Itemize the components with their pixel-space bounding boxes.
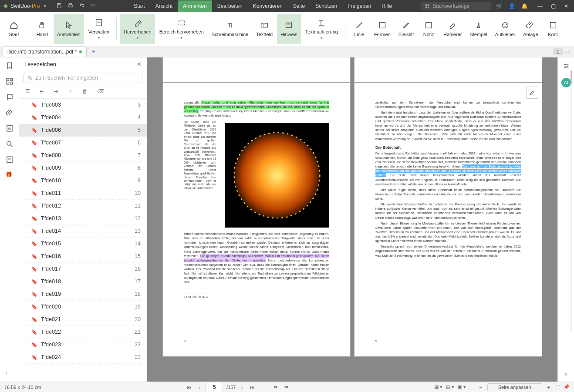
collapse-ribbon-icon[interactable]: ︿: [564, 48, 570, 55]
bookmark-item[interactable]: 🔖Tfde01918: [19, 288, 147, 301]
tool-notiz[interactable]: Notiz: [418, 14, 439, 44]
menu-start[interactable]: Start: [128, 0, 150, 12]
print-icon[interactable]: [68, 3, 74, 10]
save-icon[interactable]: [56, 3, 62, 10]
tool-bereich-hervorheben[interactable]: Bereich hervorheben▼: [156, 14, 207, 44]
ai-button[interactable]: AI: [561, 78, 571, 87]
outdent-icon[interactable]: ⇤: [40, 88, 44, 94]
form-icon[interactable]: [6, 156, 14, 164]
bookmark-item[interactable]: 🔖Tfde0109: [19, 174, 147, 187]
bookmark-item[interactable]: 🔖Tfde0098: [19, 162, 147, 174]
fullscreen-icon[interactable]: ⛶: [555, 385, 560, 390]
tool-start[interactable]: Start: [3, 14, 24, 44]
tool-verwalten[interactable]: Verwalten▼: [85, 14, 113, 44]
tool-hervorheben[interactable]: Hervorheben▼: [120, 14, 155, 44]
zoom-in-button[interactable]: +: [546, 385, 552, 390]
bookmark-item[interactable]: 🔖Tfde01413: [19, 225, 147, 238]
tool-anlage[interactable]: Anlage: [520, 14, 541, 44]
view-mode-2-icon[interactable]: ▤ ▾: [446, 384, 454, 390]
bookmark-item[interactable]: 🔖Tfde02120: [19, 313, 147, 326]
tool-aufkleber[interactable]: Aufkleber: [492, 14, 519, 44]
tool-stempel[interactable]: Stempel: [466, 14, 490, 44]
document-tab[interactable]: ilide.info-transformation...pdf *: [3, 47, 87, 57]
cart-icon[interactable]: 🛒: [496, 3, 503, 9]
new-tab-button[interactable]: ＋: [91, 48, 96, 55]
last-page-button[interactable]: ⏭: [248, 385, 256, 390]
bookmark-icon[interactable]: [6, 62, 14, 70]
redo-icon[interactable]: [90, 3, 96, 10]
minimize-icon[interactable]: —: [535, 3, 545, 9]
bookmark-item[interactable]: 🔖Tfde0033: [19, 99, 147, 111]
bookmark-item[interactable]: 🔖Tfde02423: [19, 351, 147, 364]
edit-page-button[interactable]: [526, 87, 538, 99]
tool-kont[interactable]: Kont: [543, 14, 564, 44]
nav-back-button[interactable]: ⬅: [272, 384, 279, 390]
comments-icon[interactable]: [6, 93, 14, 101]
expand-right-icon[interactable]: ›: [565, 371, 567, 377]
menu-schützen[interactable]: Schützen: [310, 0, 342, 12]
delete-bookmark-icon[interactable]: 🗑: [82, 88, 88, 94]
indent-icon[interactable]: ⇥: [54, 88, 58, 94]
user-icon[interactable]: 👤: [509, 3, 515, 9]
bookmark-item[interactable]: 🔖Tfde0076: [19, 137, 147, 149]
search-icon[interactable]: [6, 140, 14, 148]
tool-formen[interactable]: Formen: [371, 14, 394, 44]
add-bookmark-icon[interactable]: ＋: [68, 87, 73, 95]
prev-page-button[interactable]: ‹: [197, 385, 202, 390]
tool-bleistift[interactable]: Bleistift: [395, 14, 417, 44]
bookmark-item[interactable]: 🔖Tfde01110: [19, 187, 147, 200]
zoom-out-button[interactable]: −: [477, 385, 483, 390]
menu-freigeben[interactable]: Freigeben: [342, 0, 376, 12]
first-page-button[interactable]: ⏮: [185, 385, 193, 390]
bookmark-item[interactable]: 🔖Tfde02019: [19, 301, 147, 313]
next-page-button[interactable]: ›: [239, 385, 244, 390]
menu-ansicht[interactable]: Ansicht: [150, 0, 178, 12]
collapse-left-icon[interactable]: ‹: [6, 369, 14, 377]
tool-schreibmaschine[interactable]: TSchreibmaschine: [208, 14, 252, 44]
word-export-icon[interactable]: W: [6, 124, 14, 132]
bookmark-item[interactable]: 🔖Tfde0065: [19, 124, 147, 137]
nav-fwd-button[interactable]: ➡: [283, 384, 290, 390]
page-input[interactable]: [206, 383, 223, 391]
bookmark-item[interactable]: 🔖Tfde02322: [19, 338, 147, 351]
view-mode-3-icon[interactable]: ▣ ▾: [458, 384, 466, 390]
menu-konvertieren[interactable]: Konvertieren: [248, 0, 288, 12]
undo-icon[interactable]: [79, 3, 85, 10]
menu-anmerken[interactable]: Anmerken: [178, 0, 212, 12]
bookmark-item[interactable]: 🔖Tfde01615: [19, 250, 147, 263]
clear-bookmarks-icon[interactable]: ⌫: [97, 88, 105, 94]
tool-hinweis[interactable]: Hinweis: [277, 14, 301, 44]
tool-search[interactable]: Suchwerkzeuge: [421, 2, 491, 10]
tool-textmarkierung[interactable]: TTextmarkierung▼: [302, 14, 341, 44]
bell-icon[interactable]: 🔔: [521, 3, 528, 9]
bookmark-search[interactable]: Zum Suchen hier eingeben: [24, 73, 142, 83]
pin-icon[interactable]: 📌: [564, 384, 570, 390]
bookmark-item[interactable]: 🔖Tfde01514: [19, 238, 147, 250]
bookmark-item[interactable]: 🔖Tfde01716: [19, 263, 147, 275]
bookmark-item[interactable]: 🔖Tfde02221: [19, 326, 147, 338]
maximize-icon[interactable]: ▢: [548, 3, 558, 9]
panel-close-icon[interactable]: ✕: [137, 61, 142, 67]
bookmark-item[interactable]: 🔖Tfde01817: [19, 275, 147, 288]
bookmark-item[interactable]: 🔖Tfde0044: [19, 111, 147, 124]
bookmark-item[interactable]: 🔖Tfde01312: [19, 212, 147, 225]
tool-linie[interactable]: Linie: [349, 14, 370, 44]
zoom-fit-button[interactable]: Seite anpassen: [487, 383, 542, 391]
gift-icon[interactable]: 🎁: [6, 171, 14, 179]
tool-textfeld[interactable]: TTextfeld: [253, 14, 276, 44]
bookmark-item[interactable]: 🔖Tfde0087: [19, 149, 147, 162]
menu-hilfe[interactable]: Hilfe: [376, 0, 397, 12]
app-menu-caret[interactable]: ▼: [43, 4, 47, 8]
menu-bearbeiten[interactable]: Bearbeiten: [212, 0, 248, 12]
tool-auswählen[interactable]: Auswählen: [54, 14, 84, 44]
thumbnails-icon[interactable]: [6, 77, 14, 85]
settings-icon[interactable]: [563, 63, 570, 71]
attachments-icon[interactable]: [6, 109, 14, 117]
menu-seite[interactable]: Seite: [288, 0, 310, 12]
view-mode-1-icon[interactable]: ▦ ▾: [434, 384, 442, 390]
list-view-icon[interactable]: ☰: [25, 88, 30, 94]
close-icon[interactable]: ✕: [561, 3, 571, 9]
bookmark-item[interactable]: 🔖Tfde01211: [19, 200, 147, 212]
tool-radierer[interactable]: Radierer: [440, 14, 465, 44]
vertical-scrollbar[interactable]: [571, 70, 572, 332]
